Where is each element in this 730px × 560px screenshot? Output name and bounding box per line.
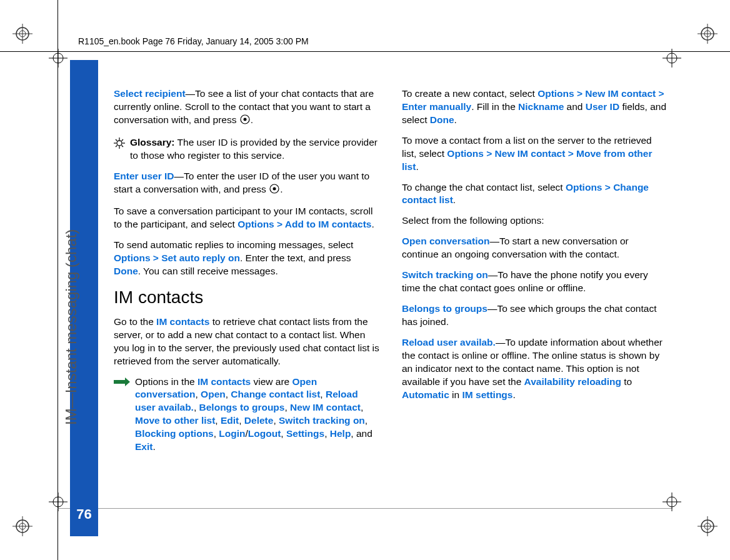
svg-line-37 <box>116 145 118 147</box>
para-select-following: Select from the following options: <box>402 214 668 228</box>
crop-line-left <box>58 0 58 560</box>
options-arrow-icon <box>114 377 130 454</box>
para-select-recipient: Select recipient—To see a list of your c… <box>114 88 379 129</box>
crop-cross-icon <box>662 49 681 68</box>
term: Belongs to groups <box>402 303 488 314</box>
section-title-vertical: IM—Instant messaging (chat) <box>62 0 80 188</box>
page-content: Select recipient—To see a list of your c… <box>114 88 668 498</box>
column-right: To create a new contact, select Options … <box>402 88 668 498</box>
para-reload-availability: Reload user availab.—To update informati… <box>402 336 668 402</box>
svg-point-29 <box>243 118 246 121</box>
svg-line-36 <box>122 145 124 147</box>
para-enter-user-id: Enter user ID—To enter the user ID of th… <box>114 170 379 198</box>
softkey: Done <box>114 266 138 276</box>
registration-mark-icon <box>12 24 32 44</box>
para-auto-reply: To send automatic replies to incoming me… <box>114 239 379 278</box>
term: Switch tracking on <box>402 269 488 280</box>
registration-mark-icon <box>698 24 718 44</box>
term: Reload user availab. <box>402 337 496 348</box>
joystick-icon <box>239 114 251 129</box>
menu-path: Options > Add to IM contacts <box>238 219 371 229</box>
svg-point-30 <box>117 141 122 146</box>
glossary-note: Glossary: The user ID is provided by the… <box>114 136 379 162</box>
crop-cross-icon <box>49 492 68 511</box>
term: Select recipient <box>114 88 186 99</box>
svg-line-35 <box>116 139 118 141</box>
svg-line-38 <box>122 139 124 141</box>
para-save-contact: To save a conversation participant to yo… <box>114 205 379 231</box>
glossary-icon <box>114 138 125 162</box>
crop-line-bottom <box>58 508 672 509</box>
para-new-contact: To create a new contact, select Options … <box>402 88 668 127</box>
para-move-contact: To move a contact from a list on the ser… <box>402 134 668 174</box>
registration-mark-icon <box>698 516 718 536</box>
glossary-text: Glossary: The user ID is provided by the… <box>130 136 379 162</box>
svg-point-40 <box>273 187 276 190</box>
crop-line-top <box>0 51 730 52</box>
column-left: Select recipient—To see a list of your c… <box>114 88 379 498</box>
para-open-conversation: Open conversation—To start a new convers… <box>402 235 668 261</box>
term: IM contacts <box>156 316 209 327</box>
menu-path: Options > Set auto reply on <box>114 252 240 263</box>
page-number: 76 <box>70 506 98 522</box>
glossary-label: Glossary: <box>130 137 175 148</box>
options-list: Options in the IM contacts view are Open… <box>135 376 379 454</box>
page-header: R1105_en.book Page 76 Friday, January 14… <box>78 36 309 46</box>
svg-marker-41 <box>114 378 130 386</box>
heading-im-contacts: IM contacts <box>114 286 379 309</box>
joystick-icon <box>269 183 280 198</box>
registration-mark-icon <box>12 516 32 536</box>
para-switch-tracking: Switch tracking on—To have the phone not… <box>402 269 668 295</box>
para-im-contacts-intro: Go to the IM contacts to retrieve chat c… <box>114 316 379 368</box>
term: Open conversation <box>402 236 489 246</box>
para-change-list: To change the chat contact list, select … <box>402 181 668 208</box>
options-note: Options in the IM contacts view are Open… <box>114 376 379 454</box>
para-belongs-to-groups: Belongs to groups—To see which groups th… <box>402 302 668 329</box>
section-title-text: IM—Instant messaging (chat) <box>62 229 80 425</box>
term: Enter user ID <box>114 171 174 181</box>
